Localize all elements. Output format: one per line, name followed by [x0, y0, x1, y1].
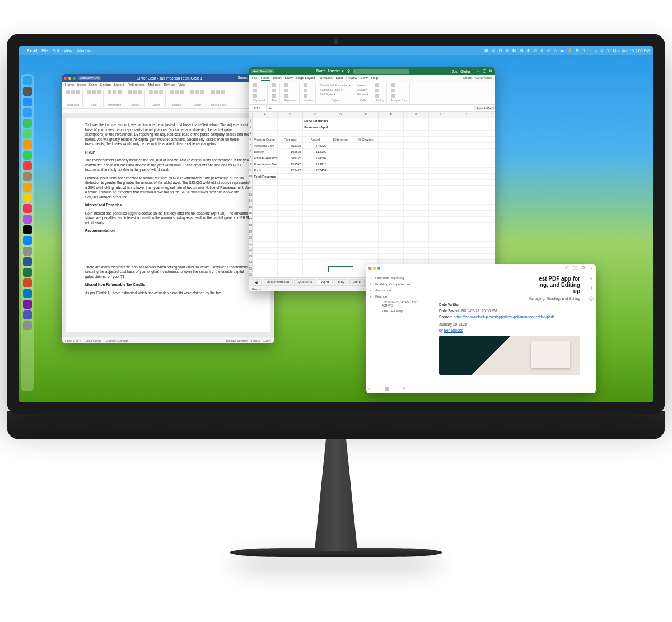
- menubar-status-icon[interactable]: ⚲: [607, 48, 610, 53]
- menubar-status-icon[interactable]: ✽: [576, 48, 579, 53]
- row-header[interactable]: 15: [249, 204, 252, 210]
- cell[interactable]: 744594: [303, 155, 328, 161]
- cell[interactable]: [404, 198, 429, 205]
- cell[interactable]: [454, 131, 479, 137]
- tool-button[interactable]: [113, 90, 116, 94]
- cell[interactable]: [454, 205, 479, 211]
- dock-item-safari[interactable]: [23, 98, 32, 106]
- cell[interactable]: [404, 124, 429, 131]
- tool-button[interactable]: [128, 90, 132, 94]
- cell[interactable]: [379, 143, 404, 149]
- cell[interactable]: [328, 174, 353, 180]
- cell[interactable]: [253, 205, 278, 211]
- cell[interactable]: [379, 137, 404, 143]
- cell[interactable]: [404, 174, 429, 180]
- cell[interactable]: [328, 168, 353, 174]
- toolbar-info-icon[interactable]: ⓘ: [573, 265, 577, 271]
- cell[interactable]: [379, 198, 404, 205]
- cell[interactable]: [328, 248, 353, 254]
- cell[interactable]: [429, 186, 454, 192]
- row-header[interactable]: 11: [249, 179, 252, 185]
- cell[interactable]: [429, 149, 454, 155]
- cell[interactable]: [404, 186, 429, 192]
- col-header[interactable]: I: [454, 112, 479, 118]
- minimize-icon[interactable]: [68, 77, 71, 80]
- cell[interactable]: Actual: [303, 137, 328, 143]
- excel-titlebar[interactable]: AutoSave ON North_America ▾ ⚲ Josh Ginte…: [249, 67, 495, 75]
- excel-doc-title[interactable]: North_America ▾: [316, 69, 344, 73]
- tool-button[interactable]: [304, 83, 307, 87]
- more-icon[interactable]: …: [589, 307, 594, 312]
- cell[interactable]: [253, 211, 278, 217]
- cell[interactable]: [328, 198, 353, 205]
- cell[interactable]: [379, 168, 404, 174]
- cell[interactable]: [379, 211, 404, 217]
- menubar-status-icon[interactable]: ⚙: [506, 48, 509, 53]
- cell[interactable]: 755325: [278, 143, 303, 149]
- cell[interactable]: [353, 168, 379, 174]
- excel-comments-button[interactable]: Comments: [475, 76, 492, 81]
- menubar-status-icon[interactable]: ⌘: [498, 48, 502, 53]
- excel-tab-draw[interactable]: Draw: [285, 76, 293, 81]
- cell[interactable]: Animal Healthcare: [253, 155, 278, 161]
- tool-button[interactable]: [216, 90, 220, 94]
- cell[interactable]: [303, 192, 328, 198]
- tool-button[interactable]: [272, 89, 276, 92]
- menubar-status-icon[interactable]: ⚡: [567, 48, 572, 53]
- excel-tab-page-layout[interactable]: Page Layout: [296, 76, 315, 81]
- tool-button[interactable]: [253, 83, 257, 87]
- cell[interactable]: [253, 242, 278, 248]
- cell[interactable]: [328, 180, 353, 186]
- cell[interactable]: [328, 254, 353, 260]
- cell[interactable]: [328, 124, 353, 131]
- cell[interactable]: [353, 186, 379, 192]
- cell[interactable]: [353, 217, 379, 223]
- cell[interactable]: [379, 192, 404, 198]
- cell[interactable]: [429, 229, 454, 235]
- cell[interactable]: [278, 211, 303, 217]
- maximize-icon[interactable]: [377, 267, 380, 270]
- word-page[interactable]: To lower the income amount, we can inclu…: [66, 118, 270, 332]
- cell[interactable]: [479, 137, 495, 143]
- dock-item-maps[interactable]: [23, 129, 32, 138]
- tool-button[interactable]: [108, 90, 111, 94]
- cell[interactable]: 102525: [278, 149, 303, 155]
- cell[interactable]: [479, 174, 495, 180]
- tool-button[interactable]: [391, 94, 395, 98]
- cell[interactable]: [479, 161, 495, 168]
- cell[interactable]: [353, 192, 379, 198]
- dock-item-trash[interactable]: [23, 321, 32, 330]
- cell[interactable]: [379, 149, 404, 155]
- tool-button[interactable]: [175, 90, 179, 94]
- cell[interactable]: [253, 192, 278, 198]
- cell[interactable]: [303, 180, 328, 186]
- cell-item[interactable]: Format ▾: [357, 92, 368, 96]
- row-header[interactable]: 16: [249, 210, 252, 216]
- spreadsheet-grid[interactable]: ABCDEFGHIJKL Pluto Pharmaceuticals-North…: [253, 112, 495, 277]
- tool-button[interactable]: [375, 94, 379, 98]
- menubar-status-icon[interactable]: ⇧: [582, 48, 586, 53]
- cell[interactable]: [479, 143, 495, 149]
- tool-button[interactable]: [391, 83, 395, 87]
- author-link[interactable]: Ben Brooks: [444, 328, 463, 332]
- cell[interactable]: [479, 254, 495, 260]
- cell[interactable]: [429, 174, 454, 180]
- cell[interactable]: [303, 131, 328, 137]
- cell[interactable]: 112300: [303, 149, 328, 155]
- cell[interactable]: [278, 229, 303, 235]
- dock-item-powerpoint[interactable]: [23, 278, 32, 287]
- cell[interactable]: [404, 143, 429, 149]
- tool-button[interactable]: [159, 90, 163, 94]
- cell[interactable]: [479, 223, 495, 229]
- cell[interactable]: [353, 211, 379, 217]
- row-header[interactable]: 1: [249, 118, 252, 124]
- fx-icon[interactable]: fx: [267, 106, 274, 110]
- cell[interactable]: 325425: [278, 168, 303, 174]
- cell[interactable]: [328, 223, 353, 229]
- cell[interactable]: [278, 223, 303, 229]
- tool-button[interactable]: [375, 89, 379, 92]
- language[interactable]: English (Canada): [106, 339, 130, 342]
- menubar-status-icon[interactable]: ▦: [484, 48, 488, 53]
- cell[interactable]: [479, 149, 495, 155]
- cell[interactable]: [429, 131, 454, 137]
